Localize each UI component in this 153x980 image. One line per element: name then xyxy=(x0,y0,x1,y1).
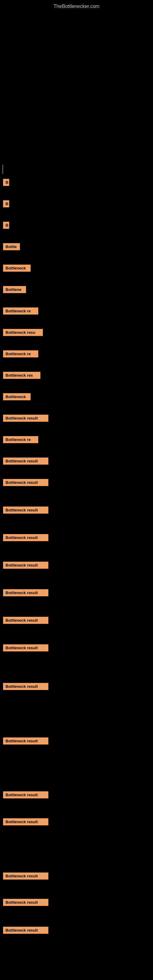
bottleneck-result-label: Bottleneck result xyxy=(3,534,48,541)
bottleneck-result-label: Bottleneck result xyxy=(3,617,48,624)
bottleneck-bar-row: Bottleneck result xyxy=(0,532,153,544)
bottleneck-result-label: Bottlene xyxy=(3,286,26,293)
bottleneck-bar-row: B xyxy=(0,199,153,210)
bottleneck-bar-row: Bottleneck result xyxy=(0,413,153,425)
bottleneck-result-label: Bottleneck result xyxy=(3,562,48,569)
bottleneck-bar-row: Bottleneck result xyxy=(0,816,153,829)
cursor-indicator xyxy=(2,165,3,174)
bottleneck-result-label: Bottleneck result xyxy=(3,589,48,596)
bottleneck-result-label: Bottle xyxy=(3,243,20,250)
bottleneck-result-label: Bottleneck re xyxy=(3,436,38,443)
bottleneck-bar-row: Bottleneck result xyxy=(0,871,153,883)
bottleneck-bar-row: Bottleneck result xyxy=(0,560,153,572)
bottleneck-result-label: B xyxy=(3,200,9,207)
bottleneck-bar-row: Bottleneck result xyxy=(0,456,153,468)
bottleneck-result-label: Bottleneck re xyxy=(3,350,38,357)
bottleneck-bar-row: Bottleneck result xyxy=(0,736,153,748)
bottleneck-bar-row: Bottleneck resu xyxy=(0,327,153,339)
bottleneck-bar-row: Bottleneck result xyxy=(0,587,153,599)
bottleneck-result-label: Bottleneck result xyxy=(3,479,48,486)
bottleneck-bar-row: Bottleneck result xyxy=(0,505,153,517)
bottleneck-result-label: B xyxy=(3,222,9,229)
bottleneck-result-label: Bottleneck result xyxy=(3,737,48,745)
bottleneck-result-label: Bottleneck res xyxy=(3,372,40,379)
bottleneck-result-label: Bottleneck result xyxy=(3,927,48,934)
bottleneck-bar-row: Bottleneck result xyxy=(0,643,153,654)
bottleneck-result-label: Bottleneck result xyxy=(3,791,48,799)
bottleneck-result-label: Bottleneck result xyxy=(3,644,48,651)
bottleneck-bar-row: Bottleneck result xyxy=(0,681,153,693)
bottleneck-result-label: Bottleneck result xyxy=(3,683,48,690)
bottleneck-bar-row: Bottleneck re xyxy=(0,434,153,446)
bottleneck-result-label: Bottleneck xyxy=(3,265,30,272)
bottleneck-result-label: Bottleneck result xyxy=(3,415,48,422)
bottleneck-bar-row: Bottleneck xyxy=(0,391,153,403)
bottleneck-bar-row: B xyxy=(0,220,153,232)
bottleneck-bar-row: Bottle xyxy=(0,241,153,253)
bottleneck-bar-row: Bottleneck re xyxy=(0,305,153,318)
bottleneck-bar-row: B xyxy=(0,177,153,189)
bottleneck-result-label: Bottleneck result xyxy=(3,872,48,880)
bottleneck-bar-row: Bottleneck xyxy=(0,263,153,275)
bottleneck-result-label: Bottleneck result xyxy=(3,899,48,906)
bottleneck-bar-row: Bottleneck re xyxy=(0,348,153,360)
bottleneck-result-label: B xyxy=(3,179,9,186)
bottleneck-bar-row: Bottleneck result xyxy=(0,897,153,909)
bottleneck-result-label: Bottleneck result xyxy=(3,458,48,465)
bottleneck-bar-row: Bottleneck res xyxy=(0,370,153,382)
bottleneck-bar-row: Bottleneck result xyxy=(0,477,153,489)
bottleneck-bar-row: Bottleneck result xyxy=(0,978,153,980)
bottleneck-result-label: Bottleneck resu xyxy=(3,329,43,336)
bottleneck-result-label: Bottleneck xyxy=(3,393,30,400)
bottleneck-result-label: Bottleneck result xyxy=(3,506,48,514)
bottleneck-bar-row: Bottleneck result xyxy=(0,789,153,802)
bottleneck-bar-row: Bottleneck result xyxy=(0,925,153,937)
bottleneck-bar-row: Bottleneck result xyxy=(0,615,153,627)
site-title: TheBottlenecker.com xyxy=(0,0,153,12)
bottleneck-result-label: Bottleneck re xyxy=(3,307,38,315)
bottleneck-bar-row: Bottlene xyxy=(0,284,153,296)
bottleneck-result-label: Bottleneck result xyxy=(3,818,48,825)
